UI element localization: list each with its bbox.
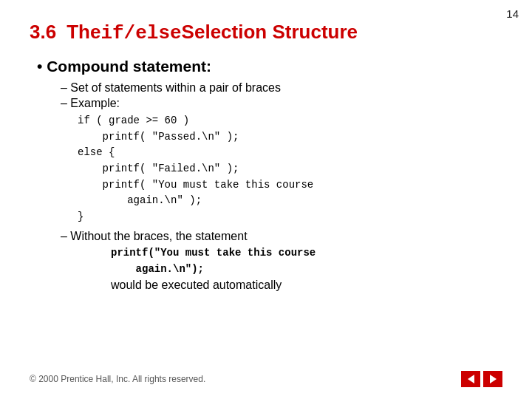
nav-buttons (461, 371, 502, 387)
code-without: printf("You must take this course again.… (111, 245, 502, 277)
code-example: if ( grade >= 60 ) printf( "Passed.\n" )… (78, 113, 502, 225)
slide-title: 3.6 The if/else Selection Structure (30, 21, 502, 44)
title-text-before: The (66, 21, 100, 44)
would-be-text: would be executed automatically (111, 279, 502, 292)
page-number: 14 (506, 7, 519, 20)
slide: 14 3.6 The if/else Selection Structure •… (0, 0, 532, 399)
footer: © 2000 Prentice Hall, Inc. All rights re… (0, 371, 532, 387)
without-label: – Without the braces, the statement (61, 230, 502, 243)
content-area: • Compound statement: – Set of statement… (30, 58, 502, 292)
bullet-point: • Compound statement: (37, 58, 502, 75)
section-number: 3.6 (30, 21, 56, 44)
next-button[interactable] (483, 371, 502, 387)
prev-button[interactable] (461, 371, 480, 387)
sub-item-2: – Example: (61, 97, 502, 110)
title-code: if/else (100, 22, 181, 44)
sub-item-1: – Set of statements within a pair of bra… (61, 81, 502, 95)
title-text-after: Selection Structure (182, 21, 358, 44)
copyright-text: © 2000 Prentice Hall, Inc. All rights re… (30, 374, 205, 384)
